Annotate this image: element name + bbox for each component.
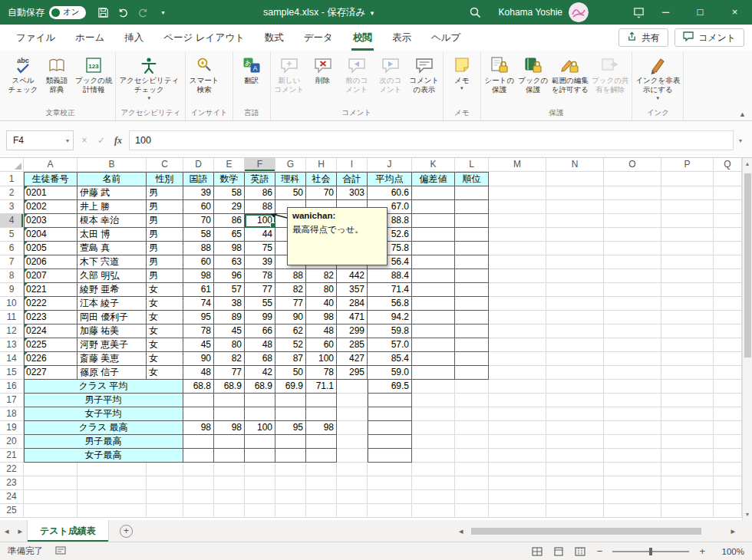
cell-O19[interactable] (604, 421, 661, 435)
cell-C24[interactable] (147, 490, 183, 504)
cell-F23[interactable] (245, 476, 275, 490)
cell-Q25[interactable] (714, 504, 742, 518)
cell-B6[interactable]: 萱島 真 (78, 242, 147, 255)
cell-L8[interactable] (455, 269, 489, 283)
cell-K10[interactable] (412, 297, 455, 311)
cell-O25[interactable] (604, 504, 661, 518)
sheet-nav-left-icon[interactable]: ◂ (0, 526, 14, 536)
cell-C12[interactable]: 女 (147, 324, 183, 338)
workbook-stats-button[interactable]: 123ブックの統 計情報 (74, 52, 114, 95)
cell-O11[interactable] (604, 311, 661, 324)
cell-J1[interactable]: 平均点 (368, 172, 412, 186)
cell-O23[interactable] (604, 476, 661, 490)
cell-N21[interactable] (546, 449, 604, 463)
ribbon-tab-2[interactable]: 挿入 (114, 25, 153, 51)
col-header-B[interactable]: B (78, 158, 147, 172)
select-all-corner[interactable] (0, 158, 24, 172)
cell-B25[interactable] (78, 504, 147, 518)
cell-H23[interactable] (306, 476, 337, 490)
cell-M25[interactable] (489, 504, 546, 518)
cell-L20[interactable] (455, 435, 489, 449)
ribbon-tab-8[interactable]: ヘルプ (421, 25, 470, 51)
cell-O7[interactable] (604, 255, 661, 269)
collapse-ribbon-icon[interactable]: ▲ (739, 110, 746, 118)
cell-O3[interactable] (604, 200, 661, 214)
cell-C8[interactable]: 男 (147, 269, 183, 283)
cell-K17[interactable] (412, 394, 455, 407)
cell-N25[interactable] (546, 504, 604, 518)
cell-P2[interactable] (661, 186, 714, 200)
cell-I25[interactable] (337, 504, 368, 518)
cell-N16[interactable] (546, 380, 604, 394)
cell-K13[interactable] (412, 338, 455, 352)
accessibility-button[interactable]: アクセシビリティ チェック▾ (117, 52, 180, 100)
cell-J22[interactable] (368, 463, 412, 476)
cell-P20[interactable] (661, 435, 714, 449)
cell-I2[interactable]: 303 (337, 186, 368, 200)
cell-K19[interactable] (412, 421, 455, 435)
row-header-21[interactable]: 21 (0, 449, 24, 463)
cell-C6[interactable]: 男 (147, 242, 183, 255)
cell-C22[interactable] (147, 463, 183, 476)
cell-P8[interactable] (661, 269, 714, 283)
autosave-toggle[interactable]: 自動保存 オン (8, 6, 86, 19)
cell-H25[interactable] (306, 504, 337, 518)
cell-Q2[interactable] (714, 186, 742, 200)
translate-button[interactable]: あA翻訳 (235, 52, 269, 85)
cell-C23[interactable] (147, 476, 183, 490)
cell-B8[interactable]: 久部 明弘 (78, 269, 147, 283)
col-header-N[interactable]: N (546, 158, 604, 172)
cell-M14[interactable] (489, 352, 546, 366)
cell-P11[interactable] (661, 311, 714, 324)
cell-J14[interactable]: 85.4 (368, 352, 412, 366)
cell-L15[interactable] (455, 366, 489, 380)
search-icon[interactable] (465, 0, 485, 25)
cell-C11[interactable]: 女 (147, 311, 183, 324)
cell-L6[interactable] (455, 242, 489, 255)
cell-D16[interactable]: 68.8 (183, 380, 214, 394)
row-header-10[interactable]: 10 (0, 297, 24, 311)
cell-H21[interactable] (306, 449, 337, 463)
cell-Q16[interactable] (714, 380, 742, 394)
cell-B23[interactable] (78, 476, 147, 490)
cell-B11[interactable]: 岡田 優利子 (78, 311, 147, 324)
cell-G24[interactable] (275, 490, 306, 504)
cell-D8[interactable]: 98 (183, 269, 214, 283)
cell-P6[interactable] (661, 242, 714, 255)
cell-O14[interactable] (604, 352, 661, 366)
cell-N1[interactable] (546, 172, 604, 186)
allow-edit-ranges-button[interactable]: 範囲の編集 を許可する (550, 52, 590, 95)
cell-H1[interactable]: 社会 (306, 172, 337, 186)
row-header-4[interactable]: 4 (0, 214, 24, 228)
cell-M13[interactable] (489, 338, 546, 352)
cell-M18[interactable] (489, 407, 546, 421)
cell-M10[interactable] (489, 297, 546, 311)
col-header-I[interactable]: I (337, 158, 368, 172)
cell-Q19[interactable] (714, 421, 742, 435)
cell-A18[interactable]: 女子平均 (24, 407, 183, 421)
cell-D24[interactable] (183, 490, 214, 504)
cell-H20[interactable] (306, 435, 337, 449)
cell-E6[interactable]: 98 (214, 242, 245, 255)
show-comments-button[interactable]: コメント の表示 (407, 52, 441, 95)
cell-I18[interactable] (337, 407, 368, 421)
cell-A8[interactable]: 0207 (24, 269, 78, 283)
quick-access-chevron-icon[interactable]: ▾ (153, 0, 173, 25)
note-box[interactable]: wanichan: 最高得点でっせ。 (287, 207, 388, 265)
cell-H19[interactable]: 98 (306, 421, 337, 435)
cell-A14[interactable]: 0226 (24, 352, 78, 366)
cell-I12[interactable]: 299 (337, 324, 368, 338)
cell-K2[interactable] (412, 186, 455, 200)
cell-D2[interactable]: 39 (183, 186, 214, 200)
cell-N24[interactable] (546, 490, 604, 504)
cell-H12[interactable]: 48 (306, 324, 337, 338)
cell-O18[interactable] (604, 407, 661, 421)
cell-B3[interactable]: 井上 勝 (78, 200, 147, 214)
row-header-14[interactable]: 14 (0, 352, 24, 366)
cell-N11[interactable] (546, 311, 604, 324)
cell-D14[interactable]: 90 (183, 352, 214, 366)
cell-F18[interactable] (245, 407, 275, 421)
cell-J10[interactable]: 56.8 (368, 297, 412, 311)
cell-N22[interactable] (546, 463, 604, 476)
cell-A13[interactable]: 0225 (24, 338, 78, 352)
